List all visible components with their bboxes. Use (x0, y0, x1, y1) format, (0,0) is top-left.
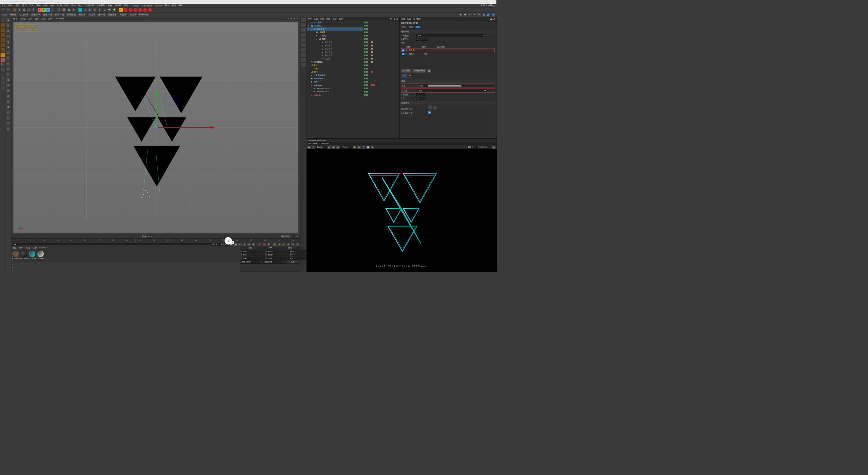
ime-badge[interactable]: n&s英 (224, 237, 232, 245)
rv-settings-icon[interactable]: ⚙ (492, 145, 496, 149)
menu-item[interactable]: 模拟 (64, 4, 69, 7)
lock-y-icon[interactable]: Y (42, 8, 46, 12)
voxel-dist[interactable] (416, 93, 426, 96)
om-tab[interactable]: 查看 (320, 18, 324, 20)
globe-icon[interactable]: 🌐 (491, 13, 495, 17)
extra-btn[interactable]: ▦ (427, 69, 432, 73)
pin-icon[interactable]: 📌 (493, 18, 495, 20)
vp-menu[interactable]: 摄像机 (20, 17, 25, 20)
step-fwd-icon[interactable]: ▷ (247, 243, 251, 246)
render-settings-icon[interactable]: ⚙ (72, 8, 76, 12)
tag-row[interactable] (363, 64, 399, 67)
palette-btn[interactable]: ▧ (6, 88, 11, 93)
palette-btn[interactable]: ▨ (6, 23, 11, 28)
field-btn[interactable]: 线性域 (78, 13, 87, 17)
material-item[interactable]: RS Mate (37, 250, 44, 260)
rv-link-icon[interactable]: 🔗 (332, 145, 335, 149)
mode-btn[interactable] (0, 48, 5, 53)
tag-row[interactable] (363, 77, 399, 80)
field-btn[interactable]: 创建 (1, 13, 8, 17)
auto-update-toggle[interactable] (428, 111, 430, 114)
move-icon[interactable]: ✥ (17, 8, 22, 12)
palette-btn[interactable]: ▤ (6, 94, 11, 99)
palette-btn[interactable]: ◲ (6, 121, 11, 126)
tag-row[interactable] (363, 70, 399, 74)
vbar-btn[interactable] (301, 17, 306, 22)
range-slider[interactable] (21, 243, 210, 245)
palette-btn[interactable]: ▤ (6, 34, 11, 39)
tree-row[interactable]: L0样条 (307, 67, 363, 70)
mat-tab[interactable]: 创建 (13, 246, 17, 249)
attr-tab[interactable]: 模式 (401, 18, 405, 20)
tag-row[interactable] (363, 27, 399, 31)
vbar-btn[interactable] (301, 38, 306, 42)
tag-row[interactable] (363, 87, 399, 90)
reshape-layer-btn[interactable]: ✎ 调整外形层 (412, 69, 427, 73)
menu-item[interactable]: 网格 (37, 4, 41, 7)
mode-btn[interactable] (0, 22, 5, 27)
mode-btn[interactable] (0, 17, 5, 22)
menu-item[interactable]: Redshift (155, 4, 162, 7)
tree-row[interactable]: ▲多边形.2 (307, 51, 363, 54)
palette-btn[interactable]: ▧ (6, 28, 11, 34)
field-btn[interactable]: 圆锥体域 (42, 13, 53, 17)
vbar-btn[interactable] (301, 63, 306, 68)
snap-btn[interactable] (0, 75, 5, 80)
util-icon[interactable]: fx (482, 13, 486, 17)
palette-btn[interactable]: ◲ (6, 61, 11, 66)
layer-toggle[interactable] (402, 53, 404, 55)
tag-row[interactable] (363, 57, 399, 60)
vbar-btn[interactable] (301, 53, 306, 58)
rv-save-icon[interactable]: 💾 (366, 145, 370, 149)
menu-item[interactable]: 捕捉 (51, 4, 55, 7)
mode-btn[interactable] (0, 58, 5, 62)
light-icon[interactable]: 💡 (112, 8, 117, 12)
autokey-icon[interactable]: ◉ (262, 243, 266, 246)
menu-item[interactable]: 工具 (29, 4, 34, 7)
field-tab[interactable]: 域 (408, 74, 413, 77)
render-icon[interactable]: 🎬 (57, 8, 61, 12)
rv-canvas[interactable]: 微信公众号：野鹿志 微博：野鹿志 作者：马鹿野郎 (40.02s) (307, 149, 497, 272)
field-btn[interactable]: 圆环体域 (66, 13, 77, 17)
tag-row[interactable] (363, 21, 399, 24)
snap-btn[interactable] (0, 80, 5, 85)
rv-del-icon[interactable]: 🗑 (371, 145, 374, 149)
pos-input[interactable] (242, 254, 265, 256)
size-input[interactable] (267, 257, 290, 260)
search-icon[interactable]: 🔍 (390, 18, 392, 20)
layer-toggle[interactable] (402, 49, 405, 51)
tree-row[interactable]: ▲多边形.1 (307, 54, 363, 57)
rv-aov-select[interactable]: Beauty (316, 146, 327, 149)
mode-btn[interactable] (0, 27, 5, 32)
field-btn[interactable]: 随机域 (97, 13, 106, 17)
om-tab[interactable]: 对象 (327, 18, 330, 20)
vp-nav-icon[interactable]: ⊞ (297, 17, 298, 19)
tree-row[interactable]: ▲多边形.4 (307, 47, 363, 51)
rec-1-icon[interactable] (123, 8, 128, 12)
tree-row[interactable]: L0圆柱 (307, 70, 363, 74)
util-icon[interactable]: ⌘ (477, 13, 481, 17)
render-region-icon[interactable]: ▦ (67, 8, 71, 12)
mat-tab[interactable]: 纹理 (33, 246, 36, 249)
palette-btn[interactable]: ▦ (6, 77, 11, 82)
vp-menu[interactable]: 显示 (28, 17, 32, 20)
field-btn[interactable]: 径向域 (87, 13, 96, 17)
layer-name[interactable]: 平滑层 (409, 49, 414, 52)
rv-opt-icon[interactable]: ◐ (327, 145, 331, 149)
grid-cell[interactable] (433, 106, 437, 110)
deformer-icon[interactable]: ⟲ (98, 8, 102, 12)
palette-btn[interactable]: ◫ (6, 50, 11, 55)
menu-item[interactable]: 创建 (16, 4, 20, 7)
lock-x-icon[interactable]: X (38, 8, 42, 12)
vp-nav-icon[interactable]: ⟳ (294, 17, 295, 19)
attr-maintab[interactable]: 坐标 (408, 25, 414, 29)
tag-row[interactable] (363, 51, 399, 54)
palette-btn[interactable]: ▩ (6, 45, 11, 50)
frame-start[interactable] (13, 243, 21, 246)
generator-icon[interactable]: ⬡ (93, 8, 97, 12)
vbar-btn[interactable] (301, 33, 306, 37)
rv-menu-item[interactable]: File (308, 142, 311, 145)
lock-z-icon[interactable]: Z (46, 8, 50, 12)
spline-pen-icon[interactable]: ✎ (83, 8, 87, 12)
attr-tab[interactable]: 编辑 (407, 18, 411, 20)
